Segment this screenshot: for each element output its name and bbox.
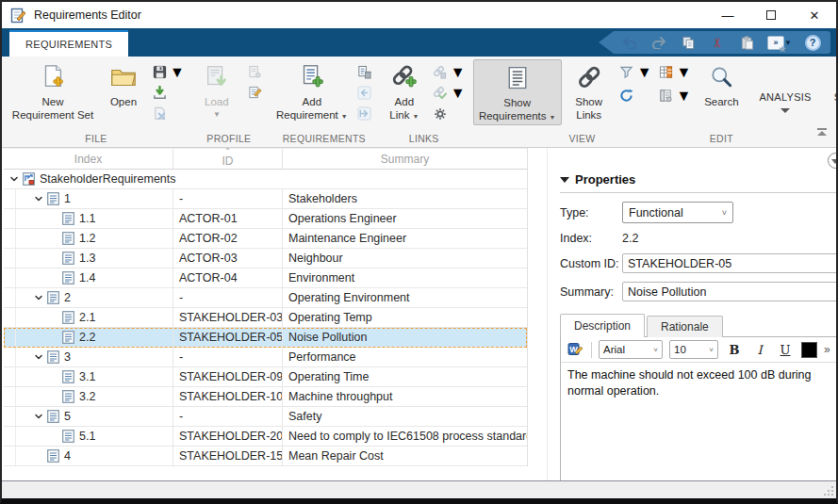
properties-title: Properties bbox=[575, 172, 635, 187]
open-in-word-button[interactable]: W bbox=[566, 340, 584, 359]
favorites-icon: »★ bbox=[767, 36, 784, 50]
help-button[interactable]: ? bbox=[804, 34, 821, 51]
table-row[interactable]: 1.1ACTOR-01Operations Engineer bbox=[4, 209, 527, 229]
resize-grip[interactable] bbox=[824, 486, 833, 496]
delete-link-button[interactable] bbox=[430, 63, 451, 81]
check-links-button[interactable] bbox=[430, 84, 451, 102]
refresh-button[interactable] bbox=[616, 87, 637, 105]
tab-requirements[interactable]: REQUIREMENTS bbox=[9, 30, 128, 57]
collapse-panel-button[interactable] bbox=[828, 153, 838, 169]
font-family-dropdown[interactable]: Arial ˅ bbox=[599, 340, 663, 359]
search-label: Search bbox=[704, 95, 738, 108]
copy-button[interactable] bbox=[680, 34, 697, 51]
main-content: Index ⌃ID Summary StakeholderRequirement… bbox=[2, 148, 836, 480]
demote-requirement-button[interactable] bbox=[354, 105, 375, 122]
maximize-button[interactable] bbox=[749, 2, 793, 28]
save-caret-icon[interactable]: ▼ bbox=[170, 64, 185, 81]
promote-requirement-button[interactable] bbox=[354, 84, 375, 102]
table-row[interactable]: 1.3ACTOR-03Neighbour bbox=[4, 249, 527, 268]
close-requirement-set-button[interactable] bbox=[149, 105, 170, 122]
table-row[interactable]: 2.1STAKEHOLDER-03Operating Temp bbox=[4, 308, 527, 328]
search-button[interactable]: Search bbox=[698, 59, 744, 109]
ribbon-section-requirements: Add Requirement▼ REQUIREMENTS bbox=[270, 57, 379, 147]
cell-text: Noise Pollution bbox=[288, 331, 367, 344]
table-row[interactable]: 5-Safety bbox=[4, 407, 527, 427]
underline-button[interactable]: U bbox=[776, 340, 795, 359]
type-dropdown[interactable]: Functional ˅ bbox=[622, 202, 733, 223]
description-editor: W Arial ˅ 10 ˅ B I U » bbox=[560, 336, 838, 481]
new-requirement-set-button[interactable]: New Requirement Set bbox=[8, 59, 98, 123]
column-header-summary[interactable]: Summary bbox=[283, 149, 527, 169]
description-text[interactable]: The machine should not exceed 100 dB dur… bbox=[561, 363, 837, 480]
toolbar-overflow-button[interactable]: » bbox=[824, 343, 832, 356]
close-button[interactable]: ✕ bbox=[793, 2, 836, 28]
filter-button[interactable] bbox=[616, 63, 637, 81]
summary-input[interactable] bbox=[622, 282, 838, 301]
expand-chevron-icon[interactable] bbox=[32, 410, 45, 423]
table-row[interactable]: 3.2STAKEHOLDER-10Machine throughput bbox=[4, 387, 527, 407]
table-row[interactable]: 3-Performance bbox=[4, 348, 527, 367]
column-header-index[interactable]: Index bbox=[4, 149, 173, 169]
expand-chevron-icon[interactable] bbox=[32, 291, 45, 304]
tree-indent bbox=[15, 407, 32, 426]
load-profile-button[interactable]: Load ▼ bbox=[192, 59, 241, 120]
show-links-button[interactable]: Show Links bbox=[566, 59, 613, 123]
open-button[interactable]: Open bbox=[102, 59, 145, 109]
analysis-menu-button[interactable]: ANALYSIS bbox=[748, 57, 822, 147]
requirement-set-row[interactable]: StakeholderRequirements bbox=[4, 170, 527, 189]
redo-button[interactable] bbox=[650, 34, 667, 51]
table-row[interactable]: 1-Stakeholders bbox=[4, 189, 527, 209]
save-button[interactable] bbox=[149, 63, 170, 81]
delete-requirement-button[interactable] bbox=[354, 63, 375, 81]
link-settings-button[interactable] bbox=[430, 105, 451, 122]
show-requirements-caret-icon: ▼ bbox=[550, 114, 556, 121]
cell-text: - bbox=[179, 350, 183, 364]
table-row[interactable]: 2.2STAKEHOLDER-05Noise Pollution bbox=[4, 328, 527, 348]
undo-button[interactable] bbox=[621, 34, 638, 51]
cell-text: Stakeholders bbox=[288, 192, 357, 205]
add-requirement-icon bbox=[298, 62, 326, 92]
font-dropdown-caret-icon: ˅ bbox=[653, 346, 658, 354]
minimize-button[interactable]: — bbox=[706, 2, 749, 28]
font-size-dropdown[interactable]: 10 ˅ bbox=[669, 340, 718, 359]
table-row[interactable]: 1.2ACTOR-02Maintenance Engineer bbox=[4, 229, 527, 249]
id-cell: STAKEHOLDER-09 bbox=[173, 367, 283, 386]
summary-cell: Mean Repair Cost bbox=[283, 447, 527, 465]
properties-section-header[interactable]: Properties bbox=[560, 172, 838, 193]
tab-rationale[interactable]: Rationale bbox=[647, 316, 723, 337]
show-requirements-button[interactable]: Show Requirements▼ bbox=[473, 59, 562, 125]
column-header-id[interactable]: ⌃ID bbox=[173, 149, 283, 169]
italic-button[interactable]: I bbox=[750, 340, 769, 359]
index-cell: 1.2 bbox=[4, 229, 173, 248]
collapse-ribbon-button[interactable] bbox=[814, 128, 830, 139]
tree-indent bbox=[15, 249, 47, 268]
app-icon bbox=[10, 8, 26, 24]
edit-profile-button[interactable] bbox=[245, 84, 266, 102]
cell-text: Safety bbox=[288, 410, 321, 423]
table-row[interactable]: 4STAKEHOLDER-15Mean Repair Cost bbox=[4, 447, 527, 466]
paste-button[interactable] bbox=[738, 34, 755, 51]
expand-chevron-icon[interactable] bbox=[32, 192, 45, 205]
cut-button[interactable]: ✂ bbox=[709, 34, 726, 51]
expand-chevron-icon[interactable] bbox=[8, 172, 21, 186]
bold-button[interactable]: B bbox=[725, 340, 744, 359]
tab-description[interactable]: Description bbox=[560, 314, 645, 337]
requirement-icon bbox=[62, 311, 74, 324]
table-row[interactable]: 5.1STAKEHOLDER-20Need to comply to IEC61… bbox=[4, 427, 527, 447]
table-row[interactable]: 2-Operating Environment bbox=[4, 288, 527, 308]
font-color-swatch[interactable] bbox=[801, 342, 817, 358]
add-link-button[interactable]: Add Link▼ bbox=[383, 59, 426, 123]
table-row[interactable]: 1.4ACTOR-04Environment bbox=[4, 268, 527, 288]
custom-id-input[interactable] bbox=[622, 253, 838, 273]
favorites-button[interactable]: »★ bbox=[767, 34, 784, 51]
table-row[interactable]: 3.1STAKEHOLDER-09Operating Time bbox=[4, 367, 527, 387]
expand-chevron-icon[interactable] bbox=[32, 350, 45, 364]
cell-text: ACTOR-02 bbox=[179, 232, 238, 245]
custom-id-label: Custom ID: bbox=[560, 257, 622, 270]
columns-button[interactable] bbox=[656, 63, 677, 81]
import-button[interactable] bbox=[149, 84, 170, 102]
report-view-button[interactable] bbox=[656, 87, 677, 105]
id-cell: - bbox=[173, 189, 283, 208]
profile-settings-button[interactable] bbox=[245, 63, 266, 81]
add-requirement-button[interactable]: Add Requirement▼ bbox=[273, 59, 351, 123]
